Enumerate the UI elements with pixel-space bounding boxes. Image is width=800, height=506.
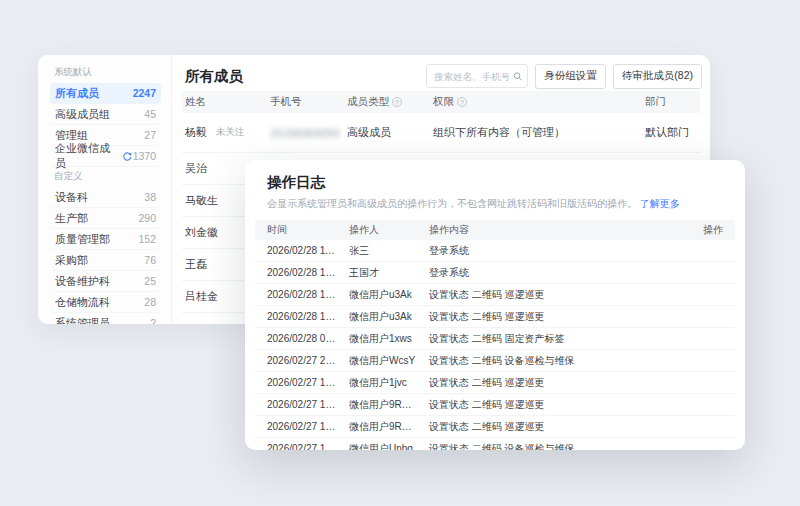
sidebar-item-quality[interactable]: 质量管理部 152 — [50, 229, 161, 250]
log-operator: 微信用户Unbg — [337, 442, 417, 451]
log-row[interactable]: 2026/02/27 14:33 微信用户Unbg 设置状态 二维码 设备巡检与… — [255, 438, 735, 450]
log-time: 2026/02/27 14:33 — [255, 443, 337, 450]
sidebar-item-all-members[interactable]: 所有成员 2247 — [50, 83, 161, 104]
log-operator: 张三 — [337, 244, 417, 258]
help-icon[interactable]: ? — [392, 97, 402, 107]
log-content: 设置状态 二维码 巡逻巡更 — [417, 288, 699, 302]
col-content: 操作内容 — [417, 223, 699, 237]
member-name: 马敬生 — [185, 193, 218, 208]
sidebar-item-production[interactable]: 生产部 290 — [50, 208, 161, 229]
log-row[interactable]: 2026/02/27 15:01 微信用户9RWQ 设置状态 二维码 巡逻巡更 — [255, 394, 735, 416]
log-time: 2026/02/28 11:33 — [255, 245, 337, 256]
log-row[interactable]: 2026/02/27 22:21 微信用户WcsY 设置状态 二维码 设备巡检与… — [255, 350, 735, 372]
member-count: 45 — [144, 108, 156, 120]
log-time: 2026/02/27 15:01 — [255, 399, 337, 410]
col-action: 操作 — [699, 223, 735, 237]
col-type: 成员类型 ? — [344, 95, 430, 109]
log-time: 2026/02/28 10:32 — [255, 267, 337, 278]
log-time: 2026/02/28 10:30 — [255, 289, 337, 300]
col-name: 姓名 — [182, 95, 267, 109]
log-content: 设置状态 二维码 设备巡检与维保 — [417, 442, 699, 451]
log-content: 设置状态 二维码 巡逻巡更 — [417, 398, 699, 412]
log-table-header: 时间 操作人 操作内容 操作 — [255, 220, 735, 240]
log-content: 设置状态 二维码 固定资产标签 — [417, 332, 699, 346]
member-count: 2 — [150, 317, 156, 324]
sidebar-item-equipment[interactable]: 设备科 38 — [50, 187, 161, 208]
log-row[interactable]: 2026/02/28 10:30 微信用户u3Ak 设置状态 二维码 巡逻巡更 — [255, 306, 735, 328]
sidebar-item-maintenance[interactable]: 设备维护科 25 — [50, 271, 161, 292]
sidebar-item-advanced-group[interactable]: 高级成员组 45 — [50, 104, 161, 125]
log-operator: 王国才 — [337, 266, 417, 280]
log-operator: 微信用户u3Ak — [337, 310, 417, 324]
member-permission: 组织下所有内容（可管理） — [430, 125, 642, 140]
help-icon[interactable]: ? — [457, 97, 467, 107]
log-row[interactable]: 2026/02/28 10:32 王国才 登录系统 — [255, 262, 735, 284]
member-count: 1370 — [133, 150, 156, 162]
log-operator: 微信用户9RWQ — [337, 420, 417, 434]
member-count: 2247 — [133, 87, 156, 99]
member-search-box[interactable] — [426, 64, 528, 88]
log-operator: 微信用户u3Ak — [337, 288, 417, 302]
member-name: 刘金徽 — [185, 225, 218, 240]
log-operator: 微信用户9RWQ — [337, 398, 417, 412]
member-count: 38 — [144, 191, 156, 203]
member-name: 吕桂金 — [185, 289, 218, 304]
member-count: 27 — [144, 129, 156, 141]
member-name: 王磊 — [185, 257, 207, 272]
modal-title: 操作日志 — [245, 160, 745, 192]
log-content: 设置状态 二维码 设备巡检与维保 — [417, 354, 699, 368]
col-time: 时间 — [255, 223, 337, 237]
log-time: 2026/02/27 22:21 — [255, 355, 337, 366]
log-time: 2026/02/28 10:30 — [255, 311, 337, 322]
sidebar-section-system: 系统默认 — [50, 63, 161, 83]
table-row[interactable]: 杨毅 未关注 15158369250 高级成员 组织下所有内容（可管理） 默认部… — [182, 113, 700, 153]
log-time: 2026/02/27 15:01 — [255, 421, 337, 432]
member-department: 默认部门 — [642, 125, 700, 140]
log-operator: 微信用户1xws — [337, 332, 417, 346]
sidebar-item-label: 高级成员组 — [55, 107, 110, 122]
member-name: 吴治 — [185, 161, 207, 176]
sidebar-item-sysadmin[interactable]: 系统管理员 2 — [50, 313, 161, 324]
member-count: 76 — [144, 254, 156, 266]
log-row[interactable]: 2026/02/27 16:56 微信用户1jvc 设置状态 二维码 巡逻巡更 — [255, 372, 735, 394]
sync-icon[interactable] — [122, 151, 133, 162]
pending-members-button[interactable]: 待审批成员(82) — [613, 64, 702, 89]
search-icon — [513, 71, 523, 82]
search-input[interactable] — [434, 71, 512, 82]
page-title: 所有成员 — [185, 67, 243, 86]
member-count: 152 — [138, 233, 156, 245]
group-sidebar: 系统默认 所有成员 2247 高级成员组 45 管理组 27 企业微信成员 13… — [38, 55, 172, 324]
log-row[interactable]: 2026/02/28 11:33 张三 登录系统 — [255, 240, 735, 262]
col-phone: 手机号 — [267, 95, 344, 109]
log-operator: 微信用户WcsY — [337, 354, 417, 368]
log-time: 2026/02/27 16:56 — [255, 377, 337, 388]
log-content: 设置状态 二维码 巡逻巡更 — [417, 420, 699, 434]
log-content: 登录系统 — [417, 266, 699, 280]
col-department: 部门 — [642, 95, 700, 109]
sidebar-item-label: 所有成员 — [55, 86, 99, 101]
operation-log-modal: 操作日志 会显示系统管理员和高级成员的操作行为，不包含网址跳转活码和旧版活码的操… — [245, 160, 745, 450]
member-name: 杨毅 — [185, 125, 207, 140]
not-followed-tag: 未关注 — [216, 126, 245, 139]
member-table-header: 姓名 手机号 成员类型 ? 权限 ? 部门 — [182, 91, 700, 113]
sidebar-item-purchasing[interactable]: 采购部 76 — [50, 250, 161, 271]
sidebar-item-wecom-members[interactable]: 企业微信成员 1370 — [50, 146, 161, 167]
log-row[interactable]: 2026/02/28 08:56 微信用户1xws 设置状态 二维码 固定资产标… — [255, 328, 735, 350]
log-operator: 微信用户1jvc — [337, 376, 417, 390]
learn-more-link[interactable]: 了解更多 — [640, 198, 680, 209]
member-count: 290 — [138, 212, 156, 224]
log-content: 设置状态 二维码 巡逻巡更 — [417, 310, 699, 324]
log-content: 设置状态 二维码 巡逻巡更 — [417, 376, 699, 390]
modal-description: 会显示系统管理员和高级成员的操作行为，不包含网址跳转活码和旧版活码的操作。 了解… — [245, 192, 745, 211]
col-permission: 权限 ? — [430, 95, 642, 109]
log-time: 2026/02/28 08:56 — [255, 333, 337, 344]
sidebar-item-warehouse[interactable]: 仓储物流科 28 — [50, 292, 161, 313]
log-row[interactable]: 2026/02/28 10:30 微信用户u3Ak 设置状态 二维码 巡逻巡更 — [255, 284, 735, 306]
col-operator: 操作人 — [337, 223, 417, 237]
sidebar-item-label: 企业微信成员 — [55, 141, 119, 171]
log-content: 登录系统 — [417, 244, 699, 258]
member-phone-redacted: 15158369250 — [270, 127, 340, 139]
member-type: 高级成员 — [344, 125, 430, 140]
role-group-settings-button[interactable]: 身份组设置 — [535, 64, 606, 89]
log-row[interactable]: 2026/02/27 15:01 微信用户9RWQ 设置状态 二维码 巡逻巡更 — [255, 416, 735, 438]
